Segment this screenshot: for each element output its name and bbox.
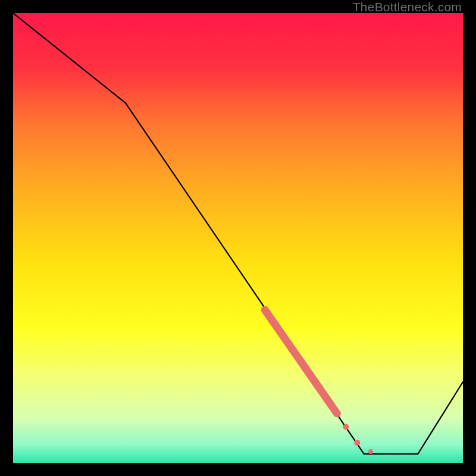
data-marker [368, 449, 373, 454]
bottleneck-chart [13, 13, 463, 463]
watermark-text: TheBottleneck.com [353, 0, 462, 14]
data-marker [333, 409, 337, 414]
gradient-background [13, 13, 463, 463]
plot-frame [13, 13, 463, 463]
data-marker [354, 440, 360, 446]
data-marker [343, 424, 349, 430]
